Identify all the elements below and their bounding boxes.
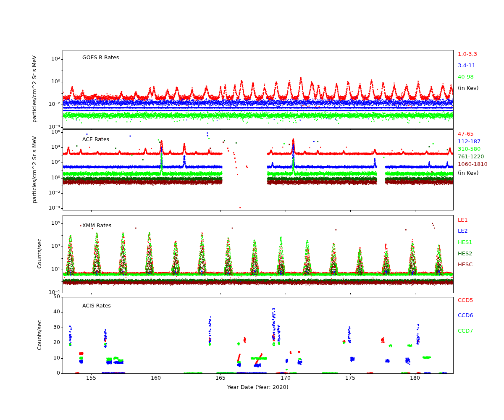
legend-p2-item-5: (in Kev) xyxy=(458,170,479,176)
xtick-180: 180 xyxy=(404,375,425,381)
legend-p4-item-1: CCD6 xyxy=(458,312,473,318)
p4-ytick-0: 50 xyxy=(29,294,60,299)
xtick-155: 155 xyxy=(81,375,102,381)
p2-ytick-4: 10⁻² xyxy=(29,190,60,196)
xtick-165: 165 xyxy=(210,375,231,381)
legend-p1-item-3: (in Kev) xyxy=(458,85,479,91)
legend-p2-item-0: 47-65 xyxy=(458,131,474,137)
panel1-ylabel: particles/cm^2 Sr s MeV xyxy=(32,55,37,123)
p1-ytick-0: 10² xyxy=(29,56,60,62)
plot-canvas xyxy=(0,0,504,420)
panel1-title: GOES R Rates xyxy=(82,55,119,60)
figure-root: GOES R Rates ACE Rates XMM Rates ACIS Ra… xyxy=(0,0,504,420)
p2-ytick-1: 10⁴ xyxy=(29,144,60,150)
p2-ytick-0: 10⁶ xyxy=(29,129,60,135)
p4-ytick-4: 10 xyxy=(29,355,60,361)
p4-ytick-2: 30 xyxy=(29,324,60,330)
xtick-175: 175 xyxy=(340,375,361,381)
legend-p3-item-2: HES1 xyxy=(458,239,472,245)
legend-p3-item-3: HES2 xyxy=(458,251,472,257)
p3-ytick-2: 10¹ xyxy=(29,266,60,272)
p4-ytick-3: 20 xyxy=(29,339,60,345)
p2-ytick-5: 10⁻⁴ xyxy=(29,205,60,211)
p1-ytick-1: 10⁰ xyxy=(29,79,60,84)
p4-ytick-1: 40 xyxy=(29,309,60,315)
p1-ytick-2: 10⁻² xyxy=(29,101,60,107)
p2-ytick-2: 10² xyxy=(29,159,60,165)
legend-p2-item-2: 310-580 xyxy=(458,146,480,152)
legend-p1-item-1: 3.4-11 xyxy=(458,63,475,68)
legend-p2-item-1: 112-187 xyxy=(458,139,480,144)
legend-p3-item-4: HESC xyxy=(458,262,472,268)
panel4-title: ACIS Rates xyxy=(82,303,111,309)
p4-ytick-5: 0 xyxy=(29,370,60,376)
p2-ytick-3: 10⁰ xyxy=(29,175,60,181)
panel2-title: ACE Rates xyxy=(82,136,109,142)
legend-p2-item-4: 1060-1810 xyxy=(458,161,488,167)
xtick-160: 160 xyxy=(145,375,166,381)
p3-ytick-1: 10³ xyxy=(29,243,60,249)
legend-p1-item-2: 40-98 xyxy=(458,74,474,80)
legend-p2-item-3: 761-1220 xyxy=(458,154,484,160)
legend-p3-item-1: LE2 xyxy=(458,228,468,234)
panel3-title: XMM Rates xyxy=(82,223,111,228)
xtick-170: 170 xyxy=(275,375,296,381)
legend-p4-item-2: CCD7 xyxy=(458,328,473,334)
legend-p1-item-0: 1.0-3.3 xyxy=(458,51,477,57)
p3-ytick-0: 10⁵ xyxy=(29,220,60,226)
x-axis-label: Year Date (Year: 2020) xyxy=(195,384,321,390)
legend-p3-item-0: LE1 xyxy=(458,217,468,223)
legend-p4-item-0: CCD5 xyxy=(458,297,473,303)
